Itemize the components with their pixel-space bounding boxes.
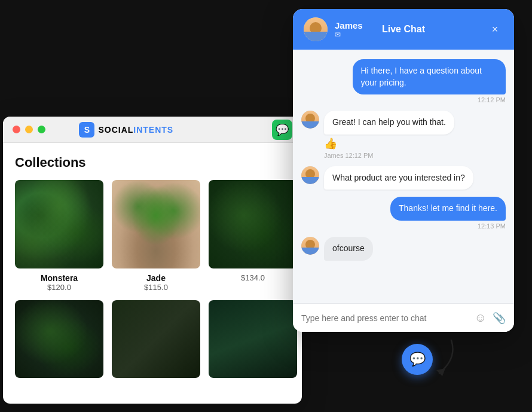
arrow-annotation: [415, 337, 463, 379]
product-card-4[interactable]: [15, 300, 103, 378]
chat-input[interactable]: [301, 313, 469, 323]
msg-bubble-typing: ofcourse: [324, 237, 373, 261]
agent-content-3: ofcourse: [324, 237, 506, 261]
msg-emoji-1: 👍: [324, 137, 506, 150]
product-price-3: $134.0: [241, 273, 265, 282]
chat-bubble-icon: 💬: [276, 123, 289, 136]
agent-content-2: What product are you interested in?: [324, 166, 506, 190]
chat-icon-button[interactable]: 💬: [272, 120, 292, 140]
dot-green[interactable]: [38, 126, 45, 133]
email-icon: ✉: [335, 30, 341, 39]
avatar-face: [304, 17, 328, 41]
agent-avatar-4: [301, 237, 319, 255]
msg-user-1: Hi there, I have a question about your p…: [301, 59, 506, 94]
mini-avatar-3: [301, 237, 319, 255]
product-image-4: [15, 300, 103, 378]
live-chat-panel: James ✉ Live Chat × Hi there, I have a q…: [293, 9, 514, 332]
product-card-6[interactable]: [209, 300, 297, 378]
msg-time-1: 12:12 PM: [301, 96, 506, 103]
product-card-3[interactable]: $134.0: [209, 180, 297, 292]
chat-messages: Hi there, I have a question about your p…: [293, 50, 514, 303]
product-image-jade: [112, 180, 200, 268]
attach-icon[interactable]: 📎: [493, 312, 506, 325]
product-name-monstera: Monstera: [41, 273, 78, 283]
product-image-5: [112, 300, 200, 378]
chat-header: James ✉ Live Chat ×: [293, 9, 514, 50]
product-grid-row2: [15, 300, 290, 378]
product-image-3: [209, 180, 297, 268]
chat-close-button[interactable]: ×: [487, 21, 503, 38]
message-4-user: Thanks! let me find it here. 12:13 PM: [301, 197, 506, 230]
message-3-agent: What product are you interested in?: [301, 166, 506, 190]
msg-bubble-agent-1: Great! I can help you with that.: [324, 111, 454, 135]
msg-bubble-user-1: Hi there, I have a question about your p…: [353, 59, 506, 94]
product-image-6: [209, 300, 297, 378]
product-grid-row1: Monstera $120.0 Jade $115.0 $134.0: [15, 180, 290, 292]
brand-logo-area: S SOCIALINTENTS: [79, 122, 173, 138]
msg-time-2: 12:13 PM: [301, 222, 506, 230]
svg-marker-0: [436, 368, 445, 376]
msg-user-2: Thanks! let me find it here.: [301, 197, 506, 221]
product-name-jade: Jade: [146, 273, 166, 283]
agent-avatar-2: [301, 111, 319, 129]
message-5-agent: ofcourse: [301, 237, 506, 261]
browser-window: S SOCIALINTENTS 💬 Collections Monstera $…: [3, 117, 302, 404]
message-1-user: Hi there, I have a question about your p…: [301, 59, 506, 103]
product-card-5[interactable]: [112, 300, 200, 378]
product-price-monstera: $120.0: [47, 283, 71, 292]
msg-name-time-1: James 12:12 PM: [324, 152, 506, 159]
browser-content: Collections Monstera $120.0 Jade $115.0 …: [3, 143, 302, 390]
brand-icon: S: [79, 122, 94, 138]
msg-bubble-user-2: Thanks! let me find it here.: [390, 197, 506, 221]
chat-title: Live Chat: [382, 24, 425, 35]
chat-input-area: ☺ 📎: [293, 303, 514, 332]
product-price-jade: $115.0: [144, 283, 168, 292]
browser-topbar: S SOCIALINTENTS 💬: [3, 117, 302, 143]
emoji-icon[interactable]: ☺: [475, 311, 487, 325]
agent-avatar-3: [301, 166, 319, 184]
agent-content-1: Great! I can help you with that. 👍 James…: [324, 111, 506, 159]
agent-avatar: [304, 17, 328, 41]
brand-name: SOCIALINTENTS: [98, 125, 173, 135]
dot-yellow[interactable]: [25, 126, 33, 133]
mini-avatar-2: [301, 166, 319, 184]
mini-avatar-1: [301, 111, 319, 129]
message-2-agent: Great! I can help you with that. 👍 James…: [301, 111, 506, 159]
msg-bubble-agent-2: What product are you interested in?: [324, 166, 473, 190]
collections-title: Collections: [15, 155, 290, 170]
dot-red[interactable]: [13, 126, 20, 133]
product-image-monstera: [15, 180, 103, 268]
product-card-monstera[interactable]: Monstera $120.0: [15, 180, 103, 292]
product-card-jade[interactable]: Jade $115.0: [112, 180, 200, 292]
